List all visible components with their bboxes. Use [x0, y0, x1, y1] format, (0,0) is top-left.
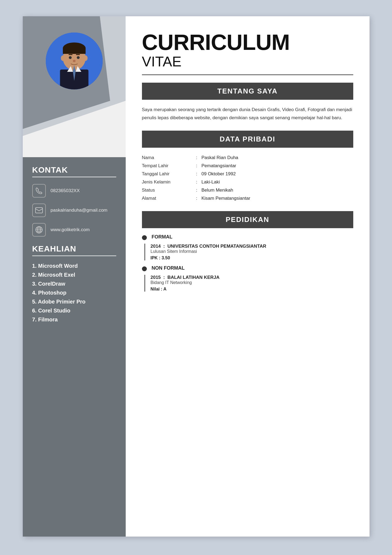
avatar — [46, 33, 103, 89]
field-value-kelamin: Laki-Laki — [202, 178, 353, 186]
field-value-alamat: Kisam Pematangsiantar — [202, 194, 353, 202]
field-colon-status: : — [196, 186, 202, 194]
non-formal-year-title: 2015 : BALAI LATIHAN KERJA — [151, 275, 353, 280]
svg-point-9 — [61, 55, 65, 61]
field-value-status: Belum Menikah — [202, 186, 353, 194]
non-formal-bullet — [142, 266, 147, 271]
phone-icon — [32, 184, 46, 198]
skill-item-2: 2. Microsoft Exel — [32, 272, 116, 278]
non-formal-year: 2015 — [151, 275, 161, 280]
title-divider — [142, 75, 353, 75]
skill-item-4: 4. Photoshop — [32, 290, 116, 296]
cv-container: KONTAK 082365032XX pa — [23, 16, 370, 537]
tentang-saya-header: TENTANG SAYA — [142, 83, 353, 100]
data-pribadi-table: Nama : Paskal Rian Duha Tempat Lahir : P… — [142, 154, 353, 202]
formal-bullet-row: FORMAL — [142, 234, 353, 242]
formal-ipk: IPK : 3.50 — [151, 256, 353, 260]
kontak-divider — [32, 177, 116, 177]
svg-point-12 — [77, 56, 80, 59]
sidebar-top — [23, 16, 126, 157]
main-content: CURRICULUM VITAE TENTANG SAYA Saya merup… — [126, 16, 370, 537]
data-pribadi-header: DATA PRIBADI — [142, 131, 353, 148]
field-colon-tanggal: : — [196, 170, 202, 178]
field-colon-kelamin: : — [196, 178, 202, 186]
non-formal-entry: 2015 : BALAI LATIHAN KERJA Bidang IT Net… — [151, 275, 353, 292]
svg-point-15 — [73, 60, 76, 62]
skill-item-5: 5. Adobe Primier Pro — [32, 299, 116, 305]
skill-item-7: 7. Filmora — [32, 317, 116, 323]
svg-rect-16 — [35, 208, 43, 213]
svg-point-10 — [83, 55, 88, 61]
email-svg — [35, 207, 43, 213]
kontak-title: KONTAK — [32, 165, 116, 175]
svg-rect-13 — [69, 54, 73, 55]
formal-entry: 2014 : UNIVERSITAS CONTOH PEMATANGSIANTA… — [151, 244, 353, 260]
field-colon-alamat: : — [196, 194, 202, 202]
non-formal-content: 2015 : BALAI LATIHAN KERJA Bidang IT Net… — [144, 275, 353, 292]
globe-svg — [35, 226, 43, 234]
formal-content: 2014 : UNIVERSITAS CONTOH PEMATANGSIANTA… — [144, 244, 353, 260]
formal-label: FORMAL — [152, 234, 173, 240]
field-label-kelamin: Jenis Kelamin — [142, 178, 196, 186]
avatar-svg — [46, 33, 103, 89]
sidebar: KONTAK 082365032XX pa — [23, 16, 126, 537]
contact-website: www.goliketrik.com — [32, 223, 116, 237]
formal-bullet — [142, 235, 147, 240]
field-value-tempat: Pematangsiantar — [202, 162, 353, 170]
non-formal-nilai: Nilai : A — [151, 287, 353, 292]
field-value-nama: Paskal Rian Duha — [202, 154, 353, 162]
field-label-status: Status — [142, 186, 196, 194]
avatar-image — [46, 33, 103, 89]
skill-item-1: 1. Microsoft Word — [32, 263, 116, 269]
skill-item-6: 6. Corel Studio — [32, 308, 116, 314]
table-row: Nama : Paskal Rian Duha — [142, 154, 353, 162]
table-row: Status : Belum Menikah — [142, 186, 353, 194]
field-label-alamat: Alamat — [142, 194, 196, 202]
globe-icon — [32, 223, 46, 237]
svg-rect-5 — [63, 48, 86, 54]
website-text: www.goliketrik.com — [51, 227, 90, 233]
about-text: Saya merupakan seorang yang tertarik den… — [142, 106, 353, 122]
pedidikan-header: PEDIDIKAN — [142, 211, 353, 228]
svg-point-11 — [69, 56, 72, 59]
svg-rect-14 — [76, 54, 80, 55]
non-formal-bidang: Bidang IT Networking — [151, 280, 353, 285]
contact-phone: 082365032XX — [32, 184, 116, 198]
formal-jurusan: Lulusan Sitem Informasi — [151, 249, 353, 254]
email-text: paskalrianduha@gmail.com — [51, 208, 108, 213]
email-icon — [32, 204, 46, 217]
non-formal-institution: BALAI LATIHAN KERJA — [167, 275, 219, 280]
sidebar-bottom: KONTAK 082365032XX pa — [23, 157, 126, 537]
skill-item-3: 3. CorelDraw — [32, 281, 116, 287]
formal-section: FORMAL 2014 : UNIVERSITAS CONTOH PEMATAN… — [142, 234, 353, 260]
non-formal-bullet-row: NON FORMAL — [142, 265, 353, 273]
table-row: Alamat : Kisam Pematangsiantar — [142, 194, 353, 202]
contact-email: paskalrianduha@gmail.com — [32, 204, 116, 217]
phone-text: 082365032XX — [51, 188, 80, 193]
non-formal-label: NON FORMAL — [152, 265, 185, 271]
keahlian-divider — [32, 256, 116, 256]
field-label-tempat: Tempat Lahir — [142, 162, 196, 170]
table-row: Tanggal Lahir : 09 Oktober 1992 — [142, 170, 353, 178]
cv-title-big: CURRICULUM — [142, 31, 353, 53]
field-value-tanggal: 09 Oktober 1992 — [202, 170, 353, 178]
keahlian-title: KEAHLIAN — [32, 244, 116, 253]
cv-title-sub: VITAE — [142, 53, 353, 70]
formal-year-title: 2014 : UNIVERSITAS CONTOH PEMATANGSIANTA… — [151, 244, 353, 249]
formal-year: 2014 — [151, 244, 161, 249]
field-label-tanggal: Tanggal Lahir — [142, 170, 196, 178]
table-row: Jenis Kelamin : Laki-Laki — [142, 178, 353, 186]
field-label-nama: Nama — [142, 154, 196, 162]
field-colon-nama: : — [196, 154, 202, 162]
table-row: Tempat Lahir : Pematangsiantar — [142, 162, 353, 170]
field-colon-tempat: : — [196, 162, 202, 170]
phone-svg — [35, 187, 43, 194]
non-formal-section: NON FORMAL 2015 : BALAI LATIHAN KERJA Bi… — [142, 265, 353, 292]
skills-list: 1. Microsoft Word 2. Microsoft Exel 3. C… — [32, 263, 116, 323]
formal-institution: UNIVERSITAS CONTOH PEMATANGSIANTAR — [167, 244, 266, 249]
